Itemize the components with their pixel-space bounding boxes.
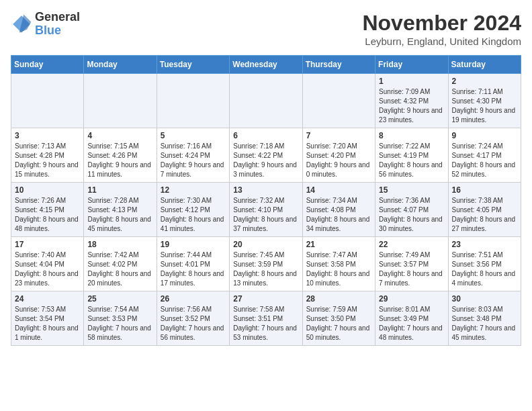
day-number: 6	[233, 131, 298, 140]
day-info: Sunrise: 7:13 AM Sunset: 4:28 PM Dayligh…	[15, 142, 80, 179]
day-number: 22	[379, 240, 444, 249]
calendar-cell: 10Sunrise: 7:26 AM Sunset: 4:15 PM Dayli…	[11, 183, 84, 237]
day-info: Sunrise: 7:58 AM Sunset: 3:51 PM Dayligh…	[233, 305, 298, 342]
day-number: 24	[15, 294, 80, 304]
weekday-header: Monday	[84, 56, 157, 74]
day-number: 17	[15, 240, 80, 249]
title-block: November 2024 Leyburn, England, United K…	[362, 11, 521, 47]
day-info: Sunrise: 8:01 AM Sunset: 3:49 PM Dayligh…	[379, 305, 444, 342]
calendar-cell: 24Sunrise: 7:53 AM Sunset: 3:54 PM Dayli…	[11, 291, 84, 346]
calendar-cell: 15Sunrise: 7:36 AM Sunset: 4:07 PM Dayli…	[375, 183, 448, 237]
day-info: Sunrise: 7:15 AM Sunset: 4:26 PM Dayligh…	[87, 142, 152, 179]
day-number: 30	[452, 294, 517, 304]
day-info: Sunrise: 7:53 AM Sunset: 3:54 PM Dayligh…	[15, 305, 80, 342]
page-header: General Blue November 2024 Leyburn, Engl…	[11, 11, 521, 47]
calendar-cell: 11Sunrise: 7:28 AM Sunset: 4:13 PM Dayli…	[84, 183, 157, 237]
calendar-cell: 4Sunrise: 7:15 AM Sunset: 4:26 PM Daylig…	[84, 128, 157, 183]
day-info: Sunrise: 7:40 AM Sunset: 4:04 PM Dayligh…	[15, 250, 80, 288]
calendar-body: 1Sunrise: 7:09 AM Sunset: 4:32 PM Daylig…	[11, 74, 521, 346]
day-info: Sunrise: 7:30 AM Sunset: 4:12 PM Dayligh…	[161, 196, 226, 234]
weekday-header: Sunday	[11, 56, 84, 74]
day-info: Sunrise: 7:47 AM Sunset: 3:58 PM Dayligh…	[306, 250, 371, 288]
logo: General Blue	[11, 11, 80, 38]
calendar-cell: 17Sunrise: 7:40 AM Sunset: 4:04 PM Dayli…	[11, 237, 84, 291]
weekday-header: Friday	[375, 56, 448, 74]
calendar-table: SundayMondayTuesdayWednesdayThursdayFrid…	[11, 55, 521, 346]
day-info: Sunrise: 7:22 AM Sunset: 4:19 PM Dayligh…	[379, 142, 444, 179]
calendar-cell	[157, 74, 229, 128]
calendar-cell: 2Sunrise: 7:11 AM Sunset: 4:30 PM Daylig…	[448, 74, 521, 128]
calendar-cell: 5Sunrise: 7:16 AM Sunset: 4:24 PM Daylig…	[157, 128, 229, 183]
calendar-cell: 20Sunrise: 7:45 AM Sunset: 3:59 PM Dayli…	[230, 237, 302, 291]
day-info: Sunrise: 7:20 AM Sunset: 4:20 PM Dayligh…	[306, 142, 371, 179]
calendar-cell: 28Sunrise: 7:59 AM Sunset: 3:50 PM Dayli…	[302, 291, 375, 346]
day-number: 25	[87, 294, 152, 304]
calendar-cell: 7Sunrise: 7:20 AM Sunset: 4:20 PM Daylig…	[302, 128, 375, 183]
calendar-cell: 16Sunrise: 7:38 AM Sunset: 4:05 PM Dayli…	[448, 183, 521, 237]
calendar-week-row: 24Sunrise: 7:53 AM Sunset: 3:54 PM Dayli…	[11, 291, 521, 346]
day-info: Sunrise: 7:18 AM Sunset: 4:22 PM Dayligh…	[233, 142, 298, 179]
calendar-cell	[302, 74, 375, 128]
day-info: Sunrise: 7:28 AM Sunset: 4:13 PM Dayligh…	[87, 196, 152, 234]
day-number: 4	[87, 131, 152, 140]
day-number: 21	[306, 240, 371, 249]
calendar-cell: 29Sunrise: 8:01 AM Sunset: 3:49 PM Dayli…	[375, 291, 448, 346]
day-info: Sunrise: 7:11 AM Sunset: 4:30 PM Dayligh…	[452, 87, 517, 125]
calendar-cell: 6Sunrise: 7:18 AM Sunset: 4:22 PM Daylig…	[230, 128, 302, 183]
day-info: Sunrise: 7:45 AM Sunset: 3:59 PM Dayligh…	[233, 250, 298, 288]
calendar-cell	[11, 74, 84, 128]
day-info: Sunrise: 7:09 AM Sunset: 4:32 PM Dayligh…	[379, 87, 444, 125]
day-number: 3	[15, 131, 80, 140]
logo-line2: Blue	[35, 24, 61, 37]
calendar-week-row: 3Sunrise: 7:13 AM Sunset: 4:28 PM Daylig…	[11, 128, 521, 183]
day-number: 28	[306, 294, 371, 304]
day-number: 9	[452, 131, 517, 140]
day-info: Sunrise: 7:34 AM Sunset: 4:08 PM Dayligh…	[306, 196, 371, 234]
weekday-header: Wednesday	[230, 56, 302, 74]
day-number: 15	[379, 185, 444, 195]
calendar-header-row: SundayMondayTuesdayWednesdayThursdayFrid…	[11, 56, 521, 74]
calendar-week-row: 17Sunrise: 7:40 AM Sunset: 4:04 PM Dayli…	[11, 237, 521, 291]
calendar-cell: 22Sunrise: 7:49 AM Sunset: 3:57 PM Dayli…	[375, 237, 448, 291]
day-number: 26	[161, 294, 226, 304]
logo-line1: General	[35, 11, 80, 24]
location: Leyburn, England, United Kingdom	[362, 36, 521, 47]
calendar-week-row: 10Sunrise: 7:26 AM Sunset: 4:15 PM Dayli…	[11, 183, 521, 237]
calendar-cell: 18Sunrise: 7:42 AM Sunset: 4:02 PM Dayli…	[84, 237, 157, 291]
day-info: Sunrise: 7:56 AM Sunset: 3:52 PM Dayligh…	[161, 305, 226, 342]
day-number: 7	[306, 131, 371, 140]
day-info: Sunrise: 7:38 AM Sunset: 4:05 PM Dayligh…	[452, 196, 517, 234]
day-number: 16	[452, 185, 517, 195]
calendar-cell: 14Sunrise: 7:34 AM Sunset: 4:08 PM Dayli…	[302, 183, 375, 237]
calendar-cell: 19Sunrise: 7:44 AM Sunset: 4:01 PM Dayli…	[157, 237, 229, 291]
day-number: 1	[379, 77, 444, 86]
weekday-header: Tuesday	[157, 56, 229, 74]
day-info: Sunrise: 8:03 AM Sunset: 3:48 PM Dayligh…	[452, 305, 517, 342]
day-number: 5	[161, 131, 226, 140]
logo-text: General Blue	[35, 11, 80, 38]
day-info: Sunrise: 7:44 AM Sunset: 4:01 PM Dayligh…	[161, 250, 226, 288]
weekday-header: Saturday	[448, 56, 521, 74]
day-number: 13	[233, 185, 298, 195]
calendar-cell: 13Sunrise: 7:32 AM Sunset: 4:10 PM Dayli…	[230, 183, 302, 237]
calendar-cell: 23Sunrise: 7:51 AM Sunset: 3:56 PM Dayli…	[448, 237, 521, 291]
day-info: Sunrise: 7:32 AM Sunset: 4:10 PM Dayligh…	[233, 196, 298, 234]
calendar-cell	[230, 74, 302, 128]
calendar-cell: 21Sunrise: 7:47 AM Sunset: 3:58 PM Dayli…	[302, 237, 375, 291]
day-info: Sunrise: 7:59 AM Sunset: 3:50 PM Dayligh…	[306, 305, 371, 342]
month-title: November 2024	[362, 11, 521, 36]
calendar-cell	[84, 74, 157, 128]
day-info: Sunrise: 7:16 AM Sunset: 4:24 PM Dayligh…	[161, 142, 226, 179]
calendar-cell: 27Sunrise: 7:58 AM Sunset: 3:51 PM Dayli…	[230, 291, 302, 346]
calendar-cell: 26Sunrise: 7:56 AM Sunset: 3:52 PM Dayli…	[157, 291, 229, 346]
day-number: 8	[379, 131, 444, 140]
calendar-cell: 12Sunrise: 7:30 AM Sunset: 4:12 PM Dayli…	[157, 183, 229, 237]
day-info: Sunrise: 7:54 AM Sunset: 3:53 PM Dayligh…	[87, 305, 152, 342]
day-info: Sunrise: 7:36 AM Sunset: 4:07 PM Dayligh…	[379, 196, 444, 234]
calendar-cell: 25Sunrise: 7:54 AM Sunset: 3:53 PM Dayli…	[84, 291, 157, 346]
day-info: Sunrise: 7:51 AM Sunset: 3:56 PM Dayligh…	[452, 250, 517, 288]
calendar-cell: 3Sunrise: 7:13 AM Sunset: 4:28 PM Daylig…	[11, 128, 84, 183]
day-number: 14	[306, 185, 371, 195]
weekday-header: Thursday	[302, 56, 375, 74]
day-info: Sunrise: 7:42 AM Sunset: 4:02 PM Dayligh…	[87, 250, 152, 288]
